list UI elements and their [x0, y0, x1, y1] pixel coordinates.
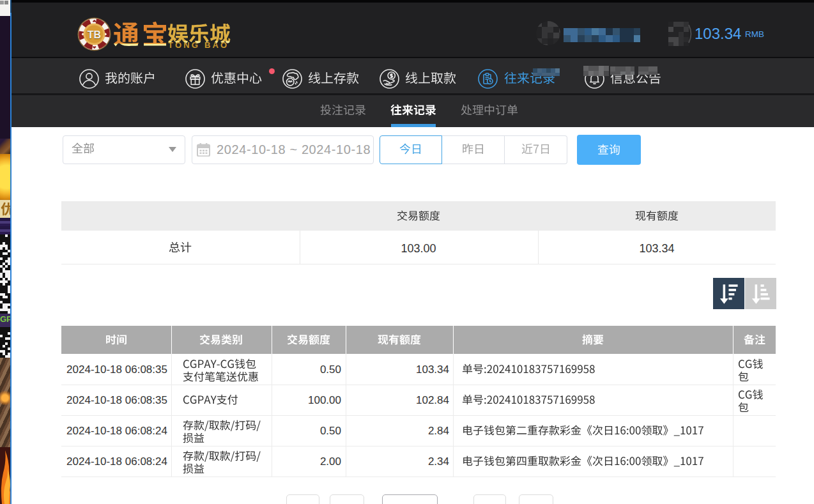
svg-text:TB: TB — [88, 29, 101, 40]
